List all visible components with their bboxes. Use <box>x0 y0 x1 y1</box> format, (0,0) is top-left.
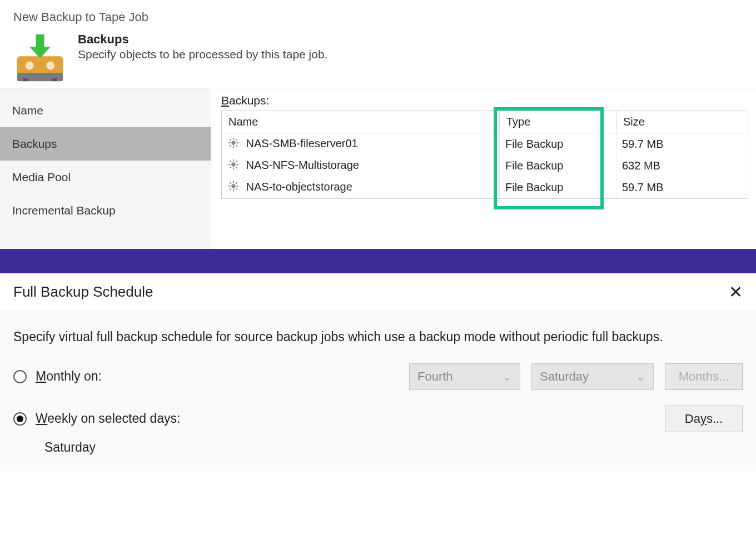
backup-type: File Backup <box>500 155 616 177</box>
svg-line-13 <box>230 139 231 141</box>
days-button[interactable]: Days... <box>665 406 743 432</box>
full-backup-schedule-dialog: Full Backup Schedule ✕ Specify virtual f… <box>0 273 756 472</box>
backup-type: File Backup <box>500 177 616 199</box>
backup-size: 59.7 MB <box>616 177 748 199</box>
wizard-title: New Backup to Tape Job <box>13 10 745 24</box>
col-header-size[interactable]: Size <box>616 111 748 133</box>
nav-item-media-pool[interactable]: Media Pool <box>0 161 211 194</box>
wizard-nav: Name Backups Media Pool Incremental Back… <box>0 88 211 249</box>
close-icon[interactable]: ✕ <box>729 284 743 301</box>
dialog-title: Full Backup Schedule <box>13 283 153 301</box>
backup-type: File Backup <box>500 133 616 156</box>
svg-line-31 <box>230 182 231 184</box>
table-row[interactable]: NAS-NFS-Multistorage File Backup 632 MB <box>222 155 748 177</box>
svg-line-15 <box>230 145 231 147</box>
chevron-down-icon: ⌄ <box>502 369 512 384</box>
svg-line-25 <box>236 161 237 162</box>
weekly-selected-days: Saturday <box>44 440 743 455</box>
wizard-body: Name Backups Media Pool Incremental Back… <box>0 88 756 249</box>
svg-line-33 <box>230 188 231 190</box>
svg-rect-3 <box>53 78 57 82</box>
wizard-header: New Backup to Tape Job Backups Specify o… <box>0 0 756 88</box>
dialog-description: Specify virtual full backup schedule for… <box>13 327 743 347</box>
nav-item-incremental-backup[interactable]: Incremental Backup <box>0 194 211 227</box>
col-header-name[interactable]: Name <box>222 111 500 133</box>
svg-point-5 <box>46 62 54 70</box>
step-title: Backups <box>78 32 327 47</box>
backup-size: 632 MB <box>616 155 748 177</box>
nav-item-backups[interactable]: Backups <box>0 127 211 161</box>
backup-size: 59.7 MB <box>616 133 748 156</box>
step-header: Backups Specify objects to be processed … <box>13 32 745 82</box>
gear-icon <box>227 137 240 152</box>
table-row[interactable]: NAS-SMB-fileserver01 File Backup 59.7 MB <box>222 133 748 156</box>
svg-line-34 <box>236 182 237 184</box>
svg-line-23 <box>236 167 237 168</box>
table-row[interactable]: NAS-to-objectstorage File Backup 59.7 MB <box>222 177 748 199</box>
gear-icon <box>227 158 240 173</box>
svg-rect-2 <box>23 78 28 82</box>
monthly-day-combo[interactable]: Saturday ⌄ <box>531 363 654 390</box>
backups-table[interactable]: Name Type Size NAS-SMB-fileserver01 File… <box>221 111 748 199</box>
svg-point-4 <box>26 62 34 70</box>
svg-line-24 <box>230 167 231 168</box>
option-monthly: Monthly on: Fourth ⌄ Saturday ⌄ Months..… <box>13 363 743 390</box>
weekly-radio[interactable] <box>13 412 27 426</box>
svg-line-16 <box>236 139 237 141</box>
svg-point-17 <box>231 162 235 166</box>
svg-rect-6 <box>36 34 44 48</box>
months-button[interactable]: Months... <box>665 363 743 390</box>
backup-name: NAS-NFS-Multistorage <box>246 159 359 171</box>
svg-line-22 <box>230 161 231 162</box>
col-header-type[interactable]: Type <box>500 111 616 133</box>
chevron-down-icon: ⌄ <box>635 369 645 384</box>
backup-name: NAS-to-objectstorage <box>246 181 352 193</box>
gear-icon <box>227 180 240 195</box>
monthly-ordinal-combo[interactable]: Fourth ⌄ <box>409 363 520 390</box>
step-description: Specify objects to be processed by this … <box>78 48 327 61</box>
backups-panel: Backups: Name Type Size NAS-SMB-fileserv… <box>211 88 756 249</box>
monthly-label[interactable]: Monthly on: <box>36 369 225 384</box>
svg-line-14 <box>236 145 237 147</box>
tape-job-icon <box>13 32 67 82</box>
backup-name: NAS-SMB-fileserver01 <box>246 137 358 149</box>
svg-point-26 <box>231 184 235 188</box>
nav-item-name[interactable]: Name <box>0 94 211 127</box>
dialog-header: Full Backup Schedule ✕ <box>0 273 756 311</box>
weekly-label[interactable]: Weekly on selected days: <box>36 411 225 426</box>
backups-label: Backups: <box>221 94 748 107</box>
svg-line-32 <box>236 188 237 190</box>
svg-point-8 <box>231 141 235 144</box>
option-weekly: Weekly on selected days: Days... <box>13 406 743 432</box>
monthly-radio[interactable] <box>13 370 27 383</box>
separator-band <box>0 249 756 273</box>
